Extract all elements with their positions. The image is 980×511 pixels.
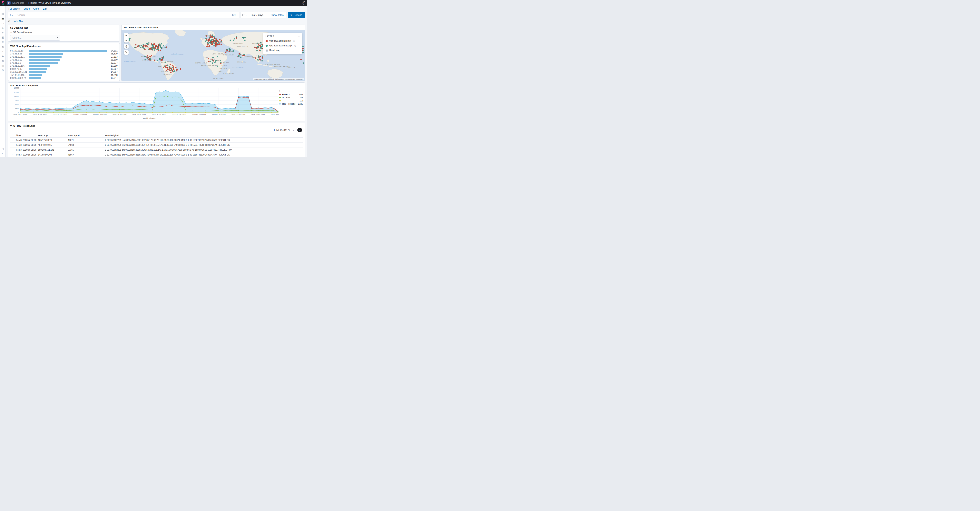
- geo-dot-accept[interactable]: [214, 62, 215, 63]
- canvas-icon[interactable]: ▭: [1, 21, 5, 25]
- add-filter-link[interactable]: + Add filter: [12, 20, 24, 23]
- geo-dot-reject[interactable]: [176, 70, 177, 71]
- geo-dot-accept[interactable]: [213, 45, 215, 46]
- legend-item[interactable]: Total Requests1,226: [279, 102, 303, 105]
- geo-dot-accept[interactable]: [164, 66, 165, 67]
- legend-toggle-icon[interactable]: ›: [279, 89, 303, 92]
- geo-dot-reject[interactable]: [208, 40, 210, 41]
- geo-dot-accept[interactable]: [229, 48, 230, 49]
- full-screen-link[interactable]: Full screen: [8, 8, 20, 10]
- dashboard-icon[interactable]: ▦: [1, 16, 5, 21]
- geo-dot-accept[interactable]: [154, 49, 155, 51]
- geo-dot-accept[interactable]: [302, 46, 304, 47]
- geo-dot-accept[interactable]: [261, 60, 262, 62]
- filter-options-gear-icon[interactable]: ⚙: [8, 20, 10, 23]
- refresh-button[interactable]: ↻ Refresh: [288, 12, 305, 18]
- geo-dot-accept[interactable]: [229, 49, 231, 50]
- geo-dot-reject[interactable]: [151, 43, 152, 44]
- geo-dot-reject[interactable]: [258, 47, 259, 48]
- geo-dot-reject[interactable]: [146, 46, 148, 47]
- geo-dot-accept[interactable]: [145, 59, 146, 60]
- geo-dot-accept[interactable]: [227, 49, 228, 50]
- geo-dot-reject[interactable]: [208, 61, 209, 62]
- geo-dot-reject[interactable]: [256, 48, 258, 49]
- ip-bar[interactable]: [29, 53, 63, 55]
- geo-dot-accept[interactable]: [238, 56, 239, 57]
- geo-dot-reject[interactable]: [208, 58, 209, 59]
- geo-dot-accept[interactable]: [140, 47, 141, 48]
- geo-dot-accept[interactable]: [129, 38, 130, 39]
- geo-dot-reject[interactable]: [259, 45, 260, 46]
- geo-dot-reject[interactable]: [219, 44, 220, 45]
- geo-dot-accept[interactable]: [260, 48, 261, 49]
- geo-dot-reject[interactable]: [180, 69, 181, 70]
- apm-icon[interactable]: ◉: [1, 44, 5, 49]
- kibana-logo[interactable]: [0, 0, 6, 6]
- geo-dot-reject[interactable]: [172, 70, 173, 72]
- geo-dot-accept[interactable]: [210, 61, 211, 62]
- geo-dot-reject[interactable]: [211, 36, 212, 37]
- geo-dot-accept[interactable]: [221, 41, 222, 42]
- geo-dot-reject[interactable]: [173, 69, 174, 70]
- geo-dot-accept[interactable]: [157, 47, 158, 48]
- breadcrumb-dashboard[interactable]: Dashboard: [12, 2, 24, 4]
- recently-viewed-icon[interactable]: ◷: [1, 146, 5, 151]
- geo-dot-reject[interactable]: [170, 72, 172, 73]
- ip-bar[interactable]: [29, 68, 47, 70]
- geo-dot-accept[interactable]: [205, 41, 206, 42]
- geo-dot-reject[interactable]: [154, 48, 156, 49]
- geo-dot-accept[interactable]: [152, 45, 153, 46]
- geo-dot-reject[interactable]: [147, 55, 148, 56]
- geo-dot-accept[interactable]: [243, 54, 245, 56]
- geo-dot-accept[interactable]: [171, 69, 172, 70]
- geo-dot-accept[interactable]: [218, 42, 219, 43]
- geo-dot-accept[interactable]: [159, 59, 161, 60]
- geo-dot-reject[interactable]: [135, 44, 137, 46]
- geo-dot-reject[interactable]: [221, 44, 222, 45]
- geo-dot-accept[interactable]: [217, 56, 218, 57]
- geo-dot-reject[interactable]: [242, 55, 243, 56]
- geo-dot-accept[interactable]: [256, 50, 258, 51]
- geo-dot-accept[interactable]: [233, 40, 234, 41]
- geo-dot-accept[interactable]: [211, 40, 212, 41]
- geo-dot-accept[interactable]: [240, 57, 242, 58]
- geo-dot-accept[interactable]: [233, 51, 234, 52]
- geo-dot-reject[interactable]: [260, 46, 261, 47]
- geo-dot-accept[interactable]: [167, 64, 169, 66]
- geo-dot-reject[interactable]: [209, 45, 210, 46]
- geo-dot-accept[interactable]: [234, 38, 235, 40]
- geo-dot-reject[interactable]: [169, 70, 170, 71]
- geo-dot-reject[interactable]: [173, 66, 174, 67]
- geo-dot-accept[interactable]: [257, 59, 258, 60]
- legend-item[interactable]: ACCEPT253: [279, 96, 303, 99]
- geo-dot-reject[interactable]: [173, 67, 174, 68]
- geo-dot-reject[interactable]: [213, 60, 214, 62]
- geo-dot-reject[interactable]: [207, 44, 208, 45]
- column-header-source-ip[interactable]: source.ip: [37, 133, 66, 138]
- set-view-crosshair-button[interactable]: ◎: [124, 44, 129, 49]
- geo-dot-accept[interactable]: [134, 47, 135, 48]
- dev-tools-icon[interactable]: ⌘: [1, 59, 5, 63]
- help-icon[interactable]: ?: [302, 1, 305, 5]
- ip-bar[interactable]: [29, 74, 42, 76]
- geo-dot-reject[interactable]: [229, 51, 230, 52]
- date-picker-calendar-button[interactable]: ▾: [241, 12, 248, 18]
- geo-dot-reject[interactable]: [214, 37, 215, 38]
- geo-dot-reject[interactable]: [162, 57, 163, 59]
- next-page-button[interactable]: ›: [298, 128, 302, 132]
- geo-dot-accept[interactable]: [151, 49, 153, 50]
- show-dates-link[interactable]: Show dates: [266, 14, 286, 16]
- legend-item[interactable]: -110: [279, 99, 303, 102]
- geo-dot-reject[interactable]: [158, 46, 159, 47]
- geo-dot-accept[interactable]: [138, 46, 140, 47]
- geo-dot-accept[interactable]: [262, 46, 263, 47]
- expand-row-icon[interactable]: ›: [12, 139, 13, 141]
- geo-dot-accept[interactable]: [210, 41, 211, 43]
- geo-dot-reject[interactable]: [209, 38, 210, 40]
- geo-dot-reject[interactable]: [166, 70, 167, 71]
- geo-dot-reject[interactable]: [217, 40, 218, 41]
- geo-dot-reject[interactable]: [146, 57, 148, 58]
- geo-dot-reject[interactable]: [150, 56, 151, 57]
- geo-dot-accept[interactable]: [205, 40, 207, 41]
- geo-dot-accept[interactable]: [169, 67, 170, 68]
